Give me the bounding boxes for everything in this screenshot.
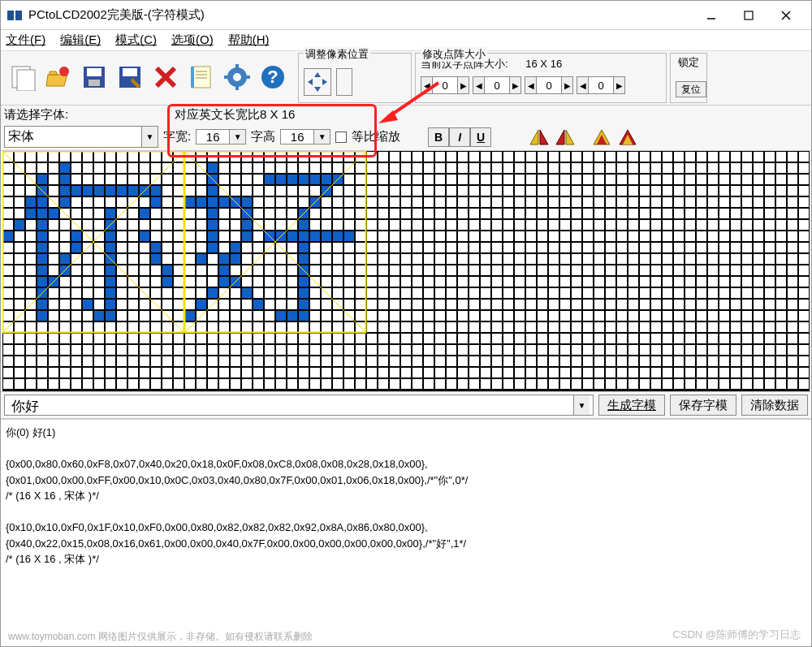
equal-scale-checkbox[interactable]	[335, 132, 347, 143]
svg-rect-584	[515, 231, 525, 241]
equal-scale-label: 等比缩放	[352, 129, 400, 144]
spin-right-d[interactable]: ◀▶	[577, 76, 625, 94]
spin-left-b[interactable]: ◀▶	[473, 76, 521, 94]
save-font-button[interactable]: 保存字模	[670, 395, 736, 416]
help-button[interactable]: ?	[256, 60, 290, 94]
spin-c-input[interactable]	[537, 80, 561, 92]
svg-rect-824	[15, 277, 24, 287]
generate-button[interactable]: 生成字模	[598, 395, 665, 416]
svg-rect-1136	[333, 322, 343, 332]
spin-a-input[interactable]	[433, 80, 457, 92]
new-button[interactable]	[6, 60, 40, 94]
svg-rect-501	[378, 220, 388, 230]
notes-button[interactable]	[184, 60, 218, 94]
close-button[interactable]	[767, 3, 805, 28]
svg-rect-1404	[151, 368, 161, 377]
svg-rect-774	[253, 265, 263, 275]
bold-button[interactable]: B	[428, 127, 449, 147]
rotate-left-icon[interactable]	[592, 128, 613, 146]
svg-rect-1427	[412, 368, 422, 377]
svg-rect-487	[219, 220, 229, 230]
svg-rect-1235	[651, 334, 661, 343]
spin-right-c[interactable]: ◀▶	[525, 76, 573, 94]
svg-rect-1171	[731, 322, 741, 332]
svg-rect-1495	[378, 379, 388, 389]
pixel-grid[interactable]	[2, 151, 810, 391]
font-width-input[interactable]	[197, 130, 229, 144]
svg-rect-1246	[776, 334, 786, 343]
font-height-select[interactable]: ▼	[280, 129, 330, 144]
svg-rect-238	[617, 175, 627, 184]
svg-rect-595	[640, 231, 650, 241]
minimize-button[interactable]	[693, 3, 730, 28]
svg-rect-395	[788, 197, 797, 207]
svg-rect-364	[435, 197, 445, 207]
menu-mode[interactable]: 模式(C)	[115, 32, 157, 48]
svg-rect-1396	[60, 368, 70, 377]
svg-rect-785	[378, 265, 388, 275]
flip-h-icon[interactable]	[529, 128, 550, 146]
svg-rect-318	[719, 186, 729, 196]
save-button[interactable]	[77, 60, 111, 94]
font-height-input[interactable]	[281, 130, 313, 144]
svg-rect-352	[299, 197, 309, 207]
font-family-select[interactable]: 宋体 ▼	[4, 126, 158, 148]
svg-rect-421	[276, 209, 286, 218]
svg-rect-1156	[560, 322, 570, 332]
svg-rect-1362	[481, 356, 490, 366]
svg-rect-683	[26, 254, 36, 264]
rotate-right-icon[interactable]	[618, 128, 639, 146]
svg-rect-67	[287, 152, 297, 162]
svg-rect-249	[742, 175, 752, 184]
settings-button[interactable]	[220, 60, 254, 94]
svg-rect-392	[754, 197, 763, 207]
reset-button[interactable]: 复位	[676, 81, 706, 97]
font-width-select[interactable]: ▼	[196, 129, 246, 144]
svg-rect-721	[458, 254, 468, 264]
svg-rect-1112	[60, 322, 70, 332]
underline-button[interactable]: U	[470, 127, 491, 147]
svg-rect-716	[401, 254, 411, 264]
menu-options[interactable]: 选项(O)	[171, 32, 214, 48]
delete-button[interactable]	[149, 60, 183, 94]
pixel-grid-area[interactable]	[1, 151, 811, 391]
spin-b-input[interactable]	[485, 80, 509, 92]
output-area[interactable]: 你(0) 好(1) {0x00,0x80,0x60,0xF8,0x07,0x40…	[1, 419, 811, 619]
svg-rect-1628	[219, 265, 229, 275]
svg-rect-105	[719, 152, 729, 162]
svg-rect-256	[15, 186, 24, 196]
arrow-pad[interactable]	[304, 68, 331, 96]
maximize-button[interactable]	[730, 3, 767, 28]
svg-rect-1137	[344, 322, 354, 332]
svg-rect-1262	[151, 345, 161, 355]
svg-rect-717	[412, 254, 422, 264]
svg-rect-643	[378, 243, 388, 252]
svg-rect-391	[742, 197, 752, 207]
svg-rect-478	[117, 220, 127, 230]
svg-rect-1151	[503, 322, 513, 332]
svg-rect-1083	[538, 311, 547, 321]
svg-rect-1301	[594, 345, 604, 355]
italic-button[interactable]: I	[449, 127, 470, 147]
menu-file[interactable]: 文件(F)	[6, 32, 45, 48]
text-input-combo[interactable]: 你好 ▼	[4, 395, 594, 416]
svg-rect-1630	[219, 277, 229, 287]
save-as-button[interactable]	[113, 60, 147, 94]
menu-help[interactable]: 帮助(H)	[228, 32, 270, 48]
svg-rect-404	[83, 209, 93, 218]
open-button[interactable]	[41, 60, 76, 94]
flip-v-icon[interactable]	[555, 128, 576, 146]
svg-rect-928	[390, 288, 400, 298]
center-pad[interactable]	[336, 68, 352, 96]
svg-rect-1092	[640, 311, 650, 321]
svg-rect-1315	[754, 345, 763, 355]
spin-left-a[interactable]: ◀▶	[421, 76, 469, 94]
spin-d-input[interactable]	[589, 80, 613, 92]
svg-rect-741	[685, 254, 695, 264]
svg-rect-1166	[674, 322, 684, 332]
svg-rect-969	[49, 300, 58, 309]
clear-button[interactable]: 清除数据	[741, 395, 808, 416]
svg-rect-865	[481, 277, 490, 287]
menu-edit[interactable]: 编辑(E)	[60, 32, 101, 48]
svg-rect-1461	[799, 368, 809, 377]
